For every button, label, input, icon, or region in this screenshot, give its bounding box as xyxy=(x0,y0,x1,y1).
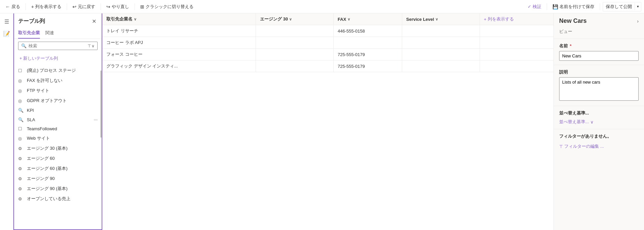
cell-aging30 xyxy=(256,49,333,60)
column-item[interactable]: ⚙ エージング 60 xyxy=(14,153,102,164)
column-item[interactable]: ⚙ エージング 90 (基本) xyxy=(14,184,102,194)
sort-label: 並べ替え基準... xyxy=(554,106,644,118)
add-column-header-button[interactable]: + 列を表示する xyxy=(484,16,514,22)
column-item[interactable]: ⚙ エージング 90 xyxy=(14,174,102,184)
panel-close-button[interactable]: ✕ xyxy=(91,17,98,25)
description-label: 説明 xyxy=(559,69,639,75)
panel-header: テーブル列 ✕ xyxy=(14,13,102,28)
add-new-column-button[interactable]: + 新しいテーブル列 xyxy=(18,54,98,63)
add-column-button[interactable]: + 列を表示する xyxy=(29,2,64,11)
tab-related[interactable]: 関連 xyxy=(45,28,54,39)
col-header-company[interactable]: 取引先企業名 ∨ xyxy=(102,13,256,25)
add-column-th[interactable]: + 列を表示する xyxy=(480,13,553,25)
description-textarea[interactable]: Lists of all new cars xyxy=(559,77,639,101)
cell-empty xyxy=(480,49,553,60)
validate-icon: ✓ xyxy=(528,4,531,9)
sort-icon: ∨ xyxy=(289,17,292,21)
separator xyxy=(67,3,67,10)
column-item[interactable]: ☐ (廃止) プロセス ステージ xyxy=(14,65,102,76)
table-row[interactable]: グラフィック デザイン インスティ... 725-555-0179 xyxy=(102,60,553,72)
right-view-header: New Cars › xyxy=(554,13,644,29)
col-header-fax[interactable]: FAX ∨ xyxy=(333,13,402,25)
expand-chevron-icon[interactable]: › xyxy=(637,18,639,24)
column-item[interactable]: ⚙ オープンしている売上 xyxy=(14,194,102,204)
plus-icon: + xyxy=(31,4,34,9)
column-list: ☐ (廃止) プロセス ステージ ◎ FAX を許可しない ◎ FTP サイト … xyxy=(14,65,102,229)
more-icon[interactable]: ··· xyxy=(94,117,98,122)
sort-icon: ∨ xyxy=(347,17,350,21)
separator xyxy=(547,3,547,10)
filter-section: フィルターがありません。 ⊤ フィルターの編集 ... xyxy=(554,129,644,151)
cell-aging30 xyxy=(256,25,333,37)
search-icon: 🔍 xyxy=(18,108,24,113)
chevron-down-icon: ∨ xyxy=(92,44,95,48)
cell-company: コーヒー ラボ APJ xyxy=(102,37,256,49)
toggle-icon: ◎ xyxy=(18,88,24,93)
separator xyxy=(600,3,600,10)
center: 取引先企業名 ∨ エージング 30 ∨ FAX xyxy=(102,13,553,230)
cell-service-level xyxy=(402,37,480,49)
table-row[interactable]: フォース コーヒー 725-555-0179 xyxy=(102,49,553,60)
sort-criteria-link[interactable]: 並べ替え基準... ∨ xyxy=(554,118,644,129)
column-item[interactable]: 🔍 KPI xyxy=(14,106,102,115)
back-button[interactable]: ← 戻る xyxy=(3,2,23,11)
cell-fax: 446-555-0158 xyxy=(333,25,402,37)
column-item[interactable]: ◎ Web サイト xyxy=(14,133,102,143)
column-item[interactable]: ◎ GDPR オプトアウト xyxy=(14,96,102,106)
left-panel: テーブル列 ✕ 取引先企業 関連 🔍 ⊤ ∨ + 新しいテーブル列 xyxy=(13,13,102,230)
save-publish-button[interactable]: 保存して公開 xyxy=(603,2,635,11)
table-row[interactable]: コーヒー ラボ APJ xyxy=(102,37,553,49)
calc-icon: ⚙ xyxy=(18,196,24,201)
view-sub: ビュー xyxy=(554,29,644,39)
column-item[interactable]: ◎ FAX を許可しない xyxy=(14,76,102,86)
column-item[interactable]: 🔍 SLA ··· xyxy=(14,115,102,124)
description-field: 説明 Lists of all new cars xyxy=(554,65,644,106)
calc-icon: ⚙ xyxy=(18,146,24,151)
cell-aging30 xyxy=(256,37,333,49)
calc-icon: ⚙ xyxy=(18,176,24,181)
classic-switch-button[interactable]: ⊞ クラシックに切り替える xyxy=(138,2,196,11)
note-button[interactable]: 📝 xyxy=(1,28,12,39)
calc-icon: ⚙ xyxy=(18,166,24,171)
outer-main: ☰ 📝 テーブル列 ✕ 取引先企業 関連 🔍 ⊤ ∨ xyxy=(0,13,644,230)
undo-button[interactable]: ↩ 元に戻す xyxy=(70,2,98,11)
toolbar-right: ✓ 検証 💾 名前を付けて保存 保存して公開 ▾ xyxy=(525,2,641,11)
column-item[interactable]: ⚙ エージング 30 (基本) xyxy=(14,143,102,153)
col-header-service-level[interactable]: Service Level ∨ xyxy=(402,13,480,25)
search-box: 🔍 ⊤ ∨ xyxy=(18,42,98,50)
data-table: 取引先企業名 ∨ エージング 30 ∨ FAX xyxy=(102,13,553,72)
redo-icon: ↪ xyxy=(106,4,110,9)
menu-button[interactable]: ☰ xyxy=(1,16,12,27)
panel-tabs: 取引先企業 関連 xyxy=(14,28,102,39)
cell-fax: 725-555-0179 xyxy=(333,49,402,60)
separator xyxy=(25,3,26,10)
cell-fax xyxy=(333,37,402,49)
filter-edit-button[interactable]: ⊤ フィルターの編集 ... xyxy=(559,141,639,151)
toggle-icon: ◎ xyxy=(18,98,24,103)
col-header-aging30[interactable]: エージング 30 ∨ xyxy=(256,13,333,25)
sort-icon: ∨ xyxy=(435,17,438,21)
separator xyxy=(101,3,101,10)
save-publish-chevron[interactable]: ▾ xyxy=(635,3,641,10)
filter-button[interactable]: ⊤ ∨ xyxy=(88,44,95,48)
save-named-button[interactable]: 💾 名前を付けて保存 xyxy=(550,2,597,11)
cell-service-level xyxy=(402,49,480,60)
search-input[interactable] xyxy=(29,43,86,48)
column-item[interactable]: ☐ TeamsFollowed xyxy=(14,124,102,133)
validate-button[interactable]: ✓ 検証 xyxy=(525,2,544,11)
plus-icon: + xyxy=(484,17,487,22)
name-input[interactable] xyxy=(559,51,639,61)
table-row[interactable]: トレイ リサーチ 446-555-0158 xyxy=(102,25,553,37)
separator xyxy=(135,3,135,10)
tab-account[interactable]: 取引先企業 xyxy=(18,28,40,39)
cell-empty xyxy=(480,60,553,72)
filter-icon: ⊤ xyxy=(559,144,563,149)
cell-service-level xyxy=(402,60,480,72)
redo-button[interactable]: ↪ やり直し xyxy=(104,2,132,11)
cell-company: グラフィック デザイン インスティ... xyxy=(102,60,256,72)
back-icon: ← xyxy=(5,4,10,9)
column-item[interactable]: ◎ FTP サイト xyxy=(14,86,102,96)
sidebar-strip: ☰ 📝 xyxy=(0,13,13,230)
note-icon: 📝 xyxy=(3,31,10,37)
column-item[interactable]: ⚙ エージング 60 (基本) xyxy=(14,164,102,174)
